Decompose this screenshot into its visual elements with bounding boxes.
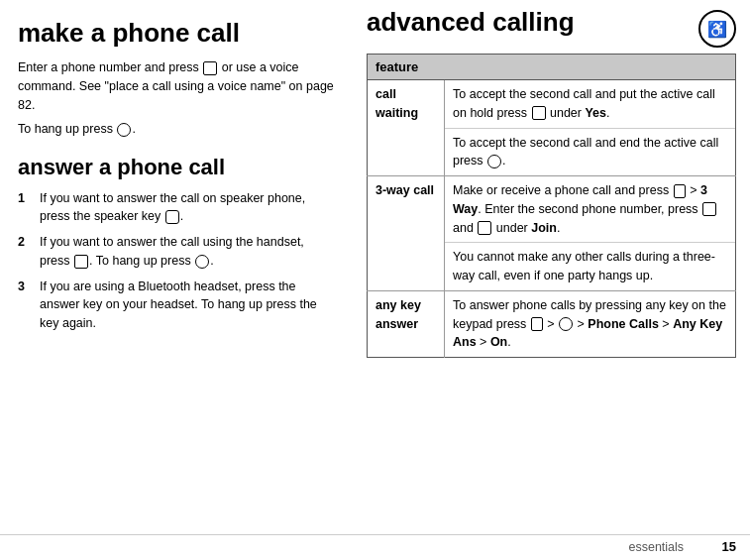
table-row-any-key: any key answer To answer phone calls by …: [368, 290, 736, 357]
hold-icon2: [478, 221, 491, 235]
page-wrapper: make a phone call Enter a phone number a…: [0, 0, 750, 560]
intro-text: Enter a phone number and press: [18, 60, 202, 74]
feature-label-any-key: any key answer: [368, 290, 445, 357]
content-row: make a phone call Enter a phone number a…: [0, 0, 750, 534]
table-row-3way: 3-way call Make or receive a phone call …: [368, 176, 736, 291]
hang-up-period: .: [132, 122, 135, 136]
feature-detail-any-key: To answer phone calls by pressing any ke…: [445, 290, 736, 357]
right-column: advanced calling ♿ feature call waiting: [357, 0, 750, 534]
join-label: Join: [531, 221, 557, 235]
feature-label-call-waiting: call waiting: [368, 80, 445, 176]
step-3-num: 3: [18, 278, 36, 333]
feature-table: feature call waiting To accept the secon…: [367, 54, 736, 358]
intro-paragraph: Enter a phone number and press or use a …: [18, 58, 337, 114]
feature-detail-3way: Make or receive a phone call and press >…: [445, 176, 736, 291]
speaker-key-icon: [165, 210, 179, 224]
3way-detail-2: You cannot make any other calls during a…: [445, 243, 735, 290]
step-1-num: 1: [18, 189, 36, 227]
step-3-text: If you are using a Bluetooth headset, pr…: [40, 278, 337, 333]
on-label: On: [490, 335, 507, 349]
footer-divider: [696, 539, 709, 554]
end-call-icon2: [487, 155, 501, 168]
menu-icon: [674, 184, 686, 198]
call-icon2: [702, 202, 716, 216]
3way-label: 3 Way: [453, 183, 707, 216]
yes-label: Yes: [585, 106, 606, 120]
left-column: make a phone call Enter a phone number a…: [0, 0, 357, 534]
icon-label: ♿: [707, 20, 727, 39]
call-waiting-detail-2: To accept the second call and end the ac…: [445, 129, 735, 176]
table-header: feature: [368, 55, 736, 80]
step-2: 2 If you want to answer the call using t…: [18, 233, 337, 271]
main-title: make a phone call: [18, 18, 337, 49]
hold-key-icon: [532, 106, 546, 120]
advanced-title-row: advanced calling ♿: [367, 8, 736, 48]
end-icon: [195, 255, 209, 269]
steps-list: 1 If you want to answer the call on spea…: [18, 189, 337, 333]
advanced-title: advanced calling: [367, 8, 575, 37]
footer-bar: essentials 15: [0, 534, 750, 560]
accessibility-icon: ♿: [698, 10, 736, 48]
call-button-icon: [203, 61, 217, 75]
answer-section-title: answer a phone call: [18, 155, 337, 180]
step-2-num: 2: [18, 233, 36, 271]
3way-detail-1: Make or receive a phone call and press >…: [445, 176, 735, 243]
step-1-text: If you want to answer the call on speake…: [40, 189, 337, 227]
phonecalls-label: Phone Calls: [588, 317, 659, 331]
call-waiting-detail-1: To accept the second call and put the ac…: [445, 80, 735, 129]
step-2-text: If you want to answer the call using the…: [40, 233, 337, 271]
hang-up-text: To hang up press .: [18, 120, 337, 139]
step-1: 1 If you want to answer the call on spea…: [18, 189, 337, 227]
end-call-icon: [117, 123, 131, 137]
feature-label-3way: 3-way call: [368, 176, 445, 291]
table-row-call-waiting: call waiting To accept the second call a…: [368, 80, 736, 176]
hang-up-label: To hang up press: [18, 122, 116, 136]
keypad-icon: [531, 317, 543, 331]
answer-icon: [74, 255, 88, 269]
page-number: 15: [722, 539, 736, 554]
footer-label: essentials: [628, 540, 684, 554]
step-3: 3 If you are using a Bluetooth headset, …: [18, 278, 337, 333]
feature-detail-call-waiting: To accept the second call and put the ac…: [445, 80, 736, 176]
settings-icon: [559, 317, 573, 331]
